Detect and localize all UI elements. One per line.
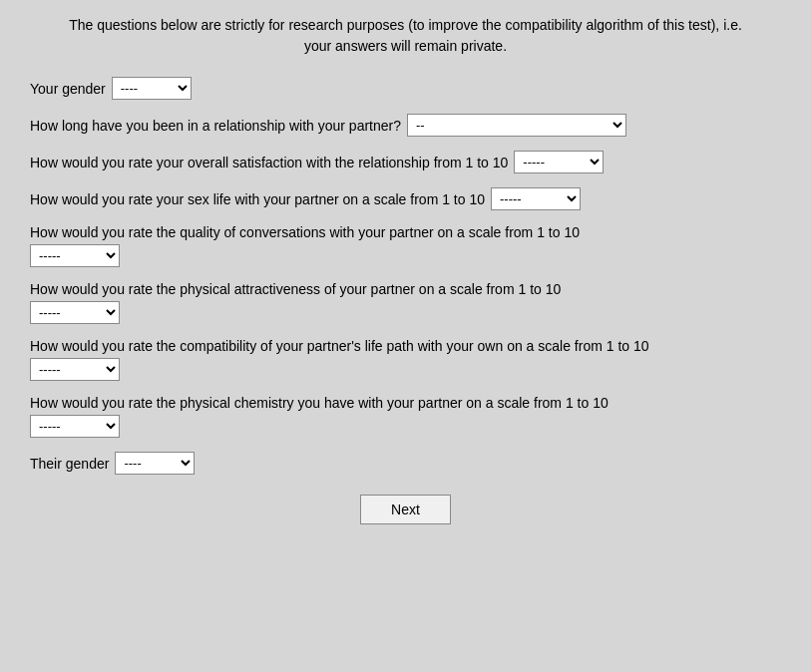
intro-line2: your answers will remain private. [304,38,507,54]
their-gender-select[interactable]: ---- Male Female Other [115,452,195,475]
intro-line1: The questions below are strictly for res… [69,17,742,33]
sex-life-select[interactable]: ----- 1234 5678 910 [491,187,581,210]
gender-label: Your gender [30,81,106,97]
form-section: Your gender ---- Male Female Other How l… [20,77,791,475]
gender-row: Your gender ---- Male Female Other [30,77,781,100]
physical-chemistry-row: How would you rate the physical chemistr… [30,395,781,438]
life-path-compatibility-label: How would you rate the compatibility of … [30,338,781,354]
their-gender-row: Their gender ---- Male Female Other [30,452,781,475]
conversation-quality-row: How would you rate the quality of conver… [30,224,781,267]
gender-select[interactable]: ---- Male Female Other [112,77,192,100]
their-gender-label: Their gender [30,456,109,472]
life-path-compatibility-row: How would you rate the compatibility of … [30,338,781,381]
physical-attractiveness-label: How would you rate the physical attracti… [30,281,781,297]
conversation-quality-select[interactable]: ----- 1234 5678 910 [30,244,120,267]
next-button-container: Next [20,495,791,524]
relationship-length-row: How long have you been in a relationship… [30,114,781,137]
conversation-quality-label: How would you rate the quality of conver… [30,224,781,240]
page-container: The questions below are strictly for res… [0,0,811,672]
intro-text: The questions below are strictly for res… [20,15,791,57]
physical-chemistry-select[interactable]: ----- 1234 5678 910 [30,415,120,438]
overall-satisfaction-label: How would you rate your overall satisfac… [30,155,508,170]
overall-satisfaction-row: How would you rate your overall satisfac… [30,151,781,173]
physical-chemistry-label: How would you rate the physical chemistr… [30,395,781,411]
relationship-length-label: How long have you been in a relationship… [30,118,401,134]
physical-attractiveness-select[interactable]: ----- 1234 5678 910 [30,301,120,324]
sex-life-label: How would you rate your sex life with yo… [30,191,485,207]
sex-life-row: How would you rate your sex life with yo… [30,187,781,210]
life-path-compatibility-select[interactable]: ----- 1234 5678 910 [30,358,120,381]
overall-satisfaction-select[interactable]: ----- 1234 5678 910 [514,151,604,173]
physical-attractiveness-row: How would you rate the physical attracti… [30,281,781,324]
next-button[interactable]: Next [360,495,451,524]
relationship-length-select[interactable]: -- Less than 1 year 1-2 years 2-5 years … [407,114,626,137]
